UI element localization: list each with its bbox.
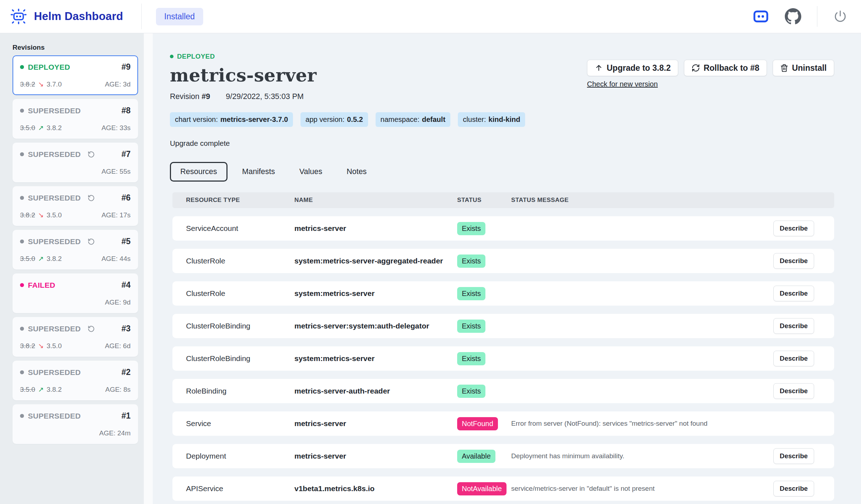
status-dot [20, 414, 24, 418]
revision-status: SUPERSEDED [28, 325, 81, 333]
col-name: NAME [294, 197, 457, 204]
release-description: Upgrade complete [170, 139, 834, 148]
status-dot [20, 239, 24, 243]
describe-button[interactable]: Describe [773, 383, 814, 399]
table-row: ServiceAccount metrics-server Exists Des… [172, 216, 834, 241]
new-version: 3.7.0 [47, 80, 62, 88]
resource-name: metrics-server [294, 224, 457, 233]
history-icon[interactable] [88, 325, 95, 332]
top-header: Helm Dashboard Installed [0, 0, 861, 33]
revision-age: AGE: 44s [102, 255, 131, 263]
history-icon[interactable] [88, 194, 95, 202]
status-dot [20, 152, 24, 156]
upgrade-arrow-icon: ↗ [38, 385, 44, 394]
table-row: ClusterRoleBinding metrics-server:system… [172, 314, 834, 338]
table-row: Service metrics-server NotFound Error fr… [172, 411, 834, 436]
resource-type: ClusterRoleBinding [186, 354, 294, 363]
api-device-icon[interactable] [753, 10, 769, 23]
revisions-sidebar: Revisions DEPLOYED #9 3.8.2↘3.7.0 AGE: 3… [0, 33, 144, 504]
tab-notes[interactable]: Notes [337, 163, 376, 181]
revision-card-3[interactable]: SUPERSEDED #3 3.8.2↘3.5.0 AGE: 6d [13, 317, 138, 357]
check-new-version-link[interactable]: Check for new version [587, 80, 658, 88]
helm-dashboard-app: Helm Dashboard Installed [0, 0, 861, 504]
col-status: STATUS [457, 197, 511, 204]
tab-values[interactable]: Values [290, 163, 332, 181]
resource-name: system:metrics-server [294, 354, 457, 363]
detail-tabs: Resources Manifests Values Notes [170, 162, 834, 182]
tab-manifests[interactable]: Manifests [233, 163, 285, 181]
revision-status: SUPERSEDED [28, 107, 81, 115]
header-right-icons [753, 6, 847, 27]
revision-status: SUPERSEDED [28, 194, 81, 202]
nav-tab-installed[interactable]: Installed [156, 8, 203, 25]
revision-number: #9 [201, 92, 210, 101]
describe-button[interactable]: Describe [773, 481, 814, 496]
header-divider [141, 4, 142, 29]
status-dot [20, 109, 24, 113]
upgrade-button[interactable]: Upgrade to 3.8.2 [587, 60, 678, 76]
describe-button[interactable]: Describe [773, 286, 814, 301]
describe-button[interactable]: Describe [773, 253, 814, 269]
status-badge: Exists [457, 222, 485, 235]
status-badge: Exists [457, 255, 485, 268]
revision-card-8[interactable]: SUPERSEDED #8 3.5.0↗3.8.2 AGE: 33s [13, 99, 138, 139]
revision-number: #9 [121, 62, 131, 72]
status-message: Deployment has minimum availability. [511, 452, 770, 460]
revision-card-7[interactable]: SUPERSEDED #7 AGE: 55s [13, 143, 138, 182]
trash-icon [780, 64, 788, 72]
status-dot [20, 283, 24, 287]
resource-name: metrics-server:system:auth-delegator [294, 322, 457, 330]
describe-button[interactable]: Describe [773, 448, 814, 464]
tab-resources[interactable]: Resources [170, 162, 228, 182]
revision-age: AGE: 8s [105, 386, 131, 394]
revision-label: Revision #9 [170, 92, 210, 101]
revision-card-5[interactable]: SUPERSEDED #5 3.5.0↗3.8.2 AGE: 44s [13, 230, 138, 270]
rollback-button[interactable]: Rollback to #8 [684, 60, 767, 76]
release-actions: Upgrade to 3.8.2 Rollback to #8 Uninstal… [587, 60, 834, 88]
resource-type: ClusterRoleBinding [186, 322, 294, 330]
table-row: RoleBinding metrics-server-auth-reader E… [172, 379, 834, 403]
describe-button[interactable]: Describe [773, 318, 814, 334]
revision-card-4[interactable]: FAILED #4 AGE: 9d [13, 273, 138, 313]
namespace-chip: namespace:default [376, 112, 451, 127]
power-icon[interactable] [833, 9, 847, 24]
brand[interactable]: Helm Dashboard [9, 7, 141, 26]
status-dot [20, 370, 24, 374]
col-resource-type: RESOURCE TYPE [186, 197, 294, 204]
uninstall-button[interactable]: Uninstall [773, 60, 834, 76]
revision-card-1[interactable]: SUPERSEDED #1 AGE: 24m [13, 404, 138, 444]
revision-age: AGE: 55s [102, 168, 131, 176]
status-message: service/metrics-server in "default" is n… [511, 485, 770, 493]
describe-button[interactable]: Describe [773, 351, 814, 366]
status-dot [20, 65, 24, 69]
old-version: 3.8.2 [20, 342, 35, 350]
history-icon[interactable] [88, 151, 95, 158]
old-version: 3.8.2 [20, 80, 35, 88]
release-meta-chips: chart version:metrics-server-3.7.0 app v… [170, 112, 834, 127]
new-version: 3.8.2 [47, 124, 62, 132]
chart-version-chip: chart version:metrics-server-3.7.0 [170, 112, 293, 127]
revision-status: SUPERSEDED [28, 150, 81, 159]
revision-card-2[interactable]: SUPERSEDED #2 3.5.0↗3.8.2 AGE: 8s [13, 361, 138, 400]
resource-name: v1beta1.metrics.k8s.io [294, 484, 457, 493]
release-status-label: DEPLOYED [177, 53, 215, 60]
revision-status: SUPERSEDED [28, 237, 81, 246]
revisions-heading: Revisions [13, 44, 138, 51]
revision-card-9[interactable]: DEPLOYED #9 3.8.2↘3.7.0 AGE: 3d [13, 55, 138, 95]
status-dot [170, 55, 173, 58]
release-date: 9/29/2022, 5:35:03 PM [226, 92, 304, 101]
describe-button[interactable]: Describe [773, 221, 814, 236]
github-icon[interactable] [785, 8, 801, 25]
old-version: 3.5.0 [20, 255, 35, 263]
revision-status: FAILED [28, 281, 55, 290]
revision-number: #7 [121, 149, 131, 159]
revision-age: AGE: 17s [102, 211, 131, 219]
new-version: 3.8.2 [47, 255, 62, 263]
table-row: ClusterRole system:metrics-server Exists… [172, 281, 834, 306]
status-badge: Exists [457, 287, 485, 300]
helm-dashboard-logo-icon [9, 7, 28, 26]
icons-divider [817, 6, 817, 27]
revision-card-6[interactable]: SUPERSEDED #6 3.8.2↘3.5.0 AGE: 17s [13, 186, 138, 226]
history-icon[interactable] [88, 238, 95, 245]
resource-type: RoleBinding [186, 387, 294, 395]
